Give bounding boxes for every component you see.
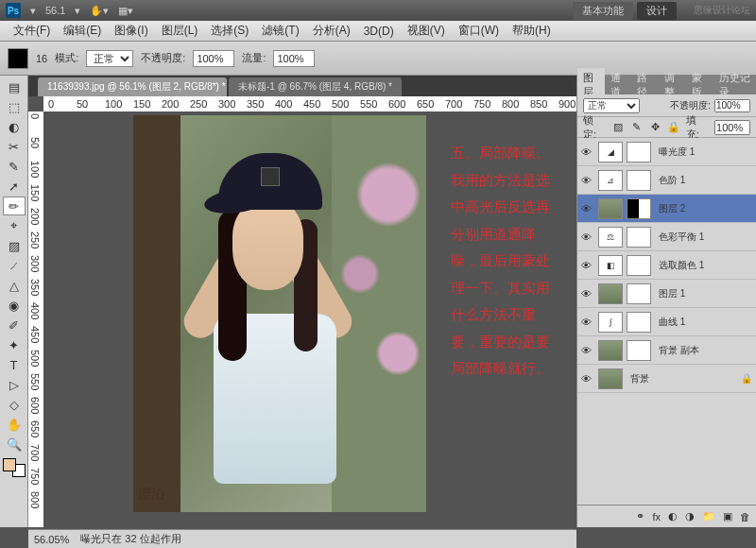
eraser-tool[interactable]: ⟋ — [3, 256, 26, 275]
lock-transparent-icon[interactable]: ▨ — [611, 121, 625, 134]
visibility-icon[interactable]: 👁 — [581, 260, 594, 271]
menu-image[interactable]: 图像(I) — [109, 21, 153, 41]
toolbox: ▤ ⬚ ◐ ✂ ✎ ➚ ✏ ⌖ ▨ ⟋ △ ◉ ✐ ✦ T ▷ ◇ ✋ 🔍 — [0, 76, 28, 527]
lock-all-icon[interactable]: 🔒 — [667, 121, 680, 134]
menu-select[interactable]: 选择(S) — [205, 21, 254, 41]
new-layer-icon[interactable]: ▣ — [723, 510, 732, 522]
layer-row[interactable]: 👁图层 1 — [577, 280, 756, 308]
eyedropper-tool[interactable]: ✎ — [3, 157, 26, 176]
stamp-tool[interactable]: ⌖ — [3, 216, 26, 235]
layer-mask[interactable] — [627, 227, 651, 248]
layer-name[interactable]: 色彩平衡 1 — [659, 231, 704, 244]
crop-tool[interactable]: ✂ — [3, 137, 26, 156]
layer-mask[interactable] — [627, 340, 651, 361]
titlebar-item[interactable]: ▾ — [30, 5, 36, 17]
blend-mode-select[interactable]: 正常 — [86, 50, 133, 67]
visibility-icon[interactable]: 👁 — [581, 288, 594, 300]
menu-file[interactable]: 文件(F) — [8, 21, 56, 41]
layer-name[interactable]: 背景 — [630, 372, 649, 385]
mode-label: 模式: — [55, 51, 78, 65]
pen-tool[interactable]: ✦ — [3, 335, 26, 354]
layer-mask[interactable] — [627, 283, 651, 304]
status-zoom[interactable]: 56.05% — [34, 534, 69, 545]
menu-edit[interactable]: 编辑(E) — [58, 21, 107, 41]
history-brush-tool[interactable]: ▨ — [3, 236, 26, 255]
layer-name[interactable]: 色阶 1 — [659, 174, 685, 187]
flow-input[interactable] — [273, 50, 315, 67]
workspace-tab[interactable]: 基本功能 — [573, 2, 633, 20]
layer-opacity-input[interactable] — [714, 99, 750, 112]
fill-input[interactable] — [714, 120, 750, 135]
move-tool[interactable]: ▤ — [3, 77, 26, 96]
layer-row[interactable]: 👁图层 2 — [577, 195, 756, 223]
layer-row[interactable]: 👁◧选取颜色 1 — [577, 251, 756, 280]
annotation-text: 五、局部降噪。我用的方法是选中高光后反选再分别用道通降噪，最后用蒙处理一下。其实… — [451, 140, 559, 383]
opacity-input[interactable] — [193, 50, 234, 67]
menu-help[interactable]: 帮助(H) — [507, 21, 557, 41]
menu-3d[interactable]: 3D(D) — [358, 23, 400, 40]
layer-name[interactable]: 图层 2 — [659, 202, 685, 215]
lock-pixels-icon[interactable]: ✎ — [630, 121, 644, 134]
layer-row[interactable]: 👁⊿色阶 1 — [577, 166, 756, 195]
menu-filter[interactable]: 滤镜(T) — [256, 21, 304, 41]
zoom-tool[interactable]: 🔍 — [3, 435, 26, 454]
text-tool[interactable]: T — [3, 355, 26, 374]
opacity-label: 不透明度: — [141, 51, 185, 65]
mask-icon[interactable]: ◐ — [668, 510, 678, 522]
path-tool[interactable]: ▷ — [3, 375, 26, 394]
gradient-tool[interactable]: △ — [3, 276, 26, 295]
menu-window[interactable]: 窗口(W) — [453, 21, 505, 41]
visibility-icon[interactable]: 👁 — [581, 203, 594, 214]
visibility-icon[interactable]: 👁 — [581, 345, 594, 356]
shape-tool[interactable]: ◇ — [3, 395, 26, 414]
folder-icon[interactable]: 📁 — [702, 510, 715, 522]
layer-mask[interactable] — [627, 312, 651, 333]
layer-row[interactable]: 👁∫曲线 1 — [577, 308, 756, 336]
visibility-icon[interactable]: 👁 — [581, 231, 594, 243]
menu-layer[interactable]: 图层(L) — [156, 21, 204, 41]
workspace-tab[interactable]: 设计 — [637, 2, 677, 20]
color-swatches[interactable] — [3, 458, 26, 477]
blur-tool[interactable]: ◉ — [3, 296, 26, 315]
layer-row[interactable]: 👁◢曝光度 1 — [577, 138, 756, 166]
marquee-tool[interactable]: ⬚ — [3, 97, 26, 116]
visibility-icon[interactable]: 👁 — [581, 146, 594, 158]
layer-name[interactable]: 背景 副本 — [659, 344, 699, 357]
layer-mask[interactable] — [627, 255, 651, 276]
brush-preview[interactable] — [8, 48, 28, 69]
flow-label: 流量: — [242, 51, 266, 65]
visibility-icon[interactable]: 👁 — [581, 373, 594, 385]
layer-row[interactable]: 👁背景🔒 — [577, 365, 756, 393]
canvas[interactable]: 漂泊 五、局部降噪。我用的方法是选中高光后反选再分别用道通降噪，最后用蒙处理一下… — [43, 111, 576, 527]
layer-blend-select[interactable]: 正常 — [583, 98, 640, 113]
trash-icon[interactable]: 🗑 — [740, 511, 750, 522]
layer-mask[interactable] — [627, 170, 651, 191]
layer-name[interactable]: 曲线 1 — [659, 316, 685, 329]
layer-row[interactable]: 👁⚖色彩平衡 1 — [577, 223, 756, 251]
layer-name[interactable]: 曝光度 1 — [659, 146, 695, 159]
document-tab[interactable]: 未标题-1 @ 66.7% (图层 4, RGB/8) * — [229, 77, 402, 96]
menu-view[interactable]: 视图(V) — [402, 21, 451, 41]
adj-icon: ⊿ — [598, 170, 623, 191]
dodge-tool[interactable]: ✐ — [3, 316, 26, 334]
brush-tool[interactable]: ✏ — [3, 197, 26, 215]
layer-name[interactable]: 选取颜色 1 — [659, 259, 704, 272]
lock-position-icon[interactable]: ✥ — [648, 121, 662, 134]
fx-icon[interactable]: fx — [652, 511, 661, 522]
visibility-icon[interactable]: 👁 — [581, 175, 594, 186]
lasso-tool[interactable]: ◐ — [3, 117, 26, 136]
titlebar-item[interactable]: ▾ — [75, 5, 80, 17]
layer-mask[interactable] — [627, 198, 651, 219]
document-tab[interactable]: 11639393.jpg @ 56.1% (图层 2, RGB/8*) * — [38, 77, 227, 96]
layer-mask[interactable] — [627, 142, 651, 163]
layer-name[interactable]: 图层 1 — [659, 287, 685, 300]
healing-tool[interactable]: ➚ — [3, 177, 26, 196]
layer-row[interactable]: 👁背景 副本 — [577, 336, 756, 365]
hand-tool[interactable]: ✋ — [3, 415, 26, 434]
menu-analysis[interactable]: 分析(A) — [307, 21, 356, 41]
view-icon[interactable]: ▦▾ — [118, 5, 133, 17]
link-icon[interactable]: ⚭ — [636, 510, 644, 522]
hand-icon[interactable]: ✋▾ — [90, 5, 109, 17]
visibility-icon[interactable]: 👁 — [581, 317, 594, 328]
adjustment-icon[interactable]: ◑ — [685, 510, 695, 522]
